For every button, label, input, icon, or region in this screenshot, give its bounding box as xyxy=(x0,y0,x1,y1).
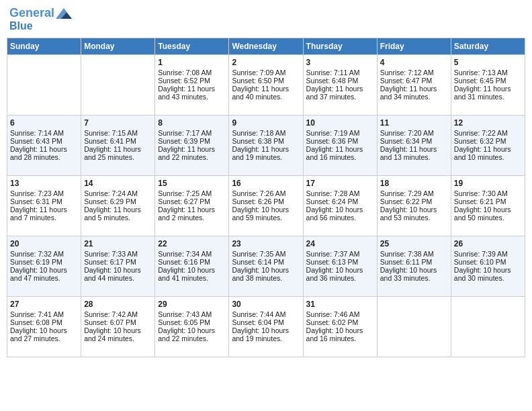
calendar-table: SundayMondayTuesdayWednesdayThursdayFrid… xyxy=(7,38,525,357)
calendar-cell: 29Sunrise: 7:43 AMSunset: 6:05 PMDayligh… xyxy=(155,296,229,357)
day-number: 14 xyxy=(84,179,152,188)
weekday-header-thursday: Thursday xyxy=(303,38,377,54)
day-info: Daylight: 10 hours and 38 minutes. xyxy=(232,266,300,282)
day-info: Sunset: 6:14 PM xyxy=(232,258,300,266)
logo-blue-text: Blue xyxy=(9,20,33,32)
calendar-cell: 11Sunrise: 7:20 AMSunset: 6:34 PMDayligh… xyxy=(377,115,451,175)
day-info: Daylight: 11 hours and 25 minutes. xyxy=(84,145,152,161)
day-info: Daylight: 10 hours and 59 minutes. xyxy=(232,205,300,222)
day-info: Daylight: 10 hours and 33 minutes. xyxy=(380,266,448,282)
day-info: Sunset: 6:02 PM xyxy=(306,318,374,326)
day-info: Sunrise: 7:37 AM xyxy=(306,250,374,258)
day-info: Sunrise: 7:14 AM xyxy=(10,129,78,137)
day-number: 31 xyxy=(306,300,374,309)
weekday-header-sunday: Sunday xyxy=(7,38,81,54)
day-info: Sunset: 6:36 PM xyxy=(306,137,374,145)
calendar-cell: 18Sunrise: 7:29 AMSunset: 6:22 PMDayligh… xyxy=(377,175,451,236)
day-info: Daylight: 11 hours and 31 minutes. xyxy=(454,85,522,101)
day-info: Daylight: 11 hours and 16 minutes. xyxy=(306,145,374,161)
calendar-week-1: 1Sunrise: 7:08 AMSunset: 6:52 PMDaylight… xyxy=(7,54,525,115)
day-info: Sunset: 6:29 PM xyxy=(84,197,152,205)
day-info: Daylight: 10 hours and 47 minutes. xyxy=(10,266,78,282)
day-number: 23 xyxy=(232,239,300,248)
calendar-cell: 6Sunrise: 7:14 AMSunset: 6:43 PMDaylight… xyxy=(7,115,81,175)
weekday-header-monday: Monday xyxy=(81,38,155,54)
calendar-cell: 3Sunrise: 7:11 AMSunset: 6:48 PMDaylight… xyxy=(303,54,377,115)
day-info: Sunrise: 7:13 AM xyxy=(454,68,522,77)
calendar-cell: 23Sunrise: 7:35 AMSunset: 6:14 PMDayligh… xyxy=(229,236,303,296)
calendar-cell: 31Sunrise: 7:46 AMSunset: 6:02 PMDayligh… xyxy=(303,296,377,357)
day-number: 1 xyxy=(158,58,226,67)
day-info: Daylight: 11 hours and 19 minutes. xyxy=(232,145,300,161)
day-number: 21 xyxy=(84,239,152,248)
day-info: Daylight: 11 hours and 22 minutes. xyxy=(158,145,226,161)
calendar-cell: 12Sunrise: 7:22 AMSunset: 6:32 PMDayligh… xyxy=(451,115,525,175)
day-info: Daylight: 10 hours and 27 minutes. xyxy=(10,326,78,342)
day-info: Sunset: 6:34 PM xyxy=(380,137,448,145)
day-number: 28 xyxy=(84,300,152,309)
day-number: 15 xyxy=(158,179,226,188)
day-info: Daylight: 11 hours and 7 minutes. xyxy=(10,205,78,222)
day-info: Daylight: 11 hours and 40 minutes. xyxy=(232,85,300,101)
calendar-cell: 19Sunrise: 7:30 AMSunset: 6:21 PMDayligh… xyxy=(451,175,525,236)
day-info: Sunset: 6:41 PM xyxy=(84,137,152,145)
day-info: Sunrise: 7:42 AM xyxy=(84,310,152,318)
day-info: Daylight: 10 hours and 53 minutes. xyxy=(380,205,448,222)
logo-icon xyxy=(56,8,72,19)
day-info: Sunrise: 7:22 AM xyxy=(454,129,522,137)
day-info: Sunset: 6:10 PM xyxy=(454,258,522,266)
day-info: Sunrise: 7:35 AM xyxy=(232,250,300,258)
weekday-header-saturday: Saturday xyxy=(451,38,525,54)
day-info: Sunset: 6:08 PM xyxy=(10,318,78,326)
calendar-cell: 28Sunrise: 7:42 AMSunset: 6:07 PMDayligh… xyxy=(81,296,155,357)
day-info: Sunrise: 7:19 AM xyxy=(306,129,374,137)
weekday-header-friday: Friday xyxy=(377,38,451,54)
calendar-cell: 10Sunrise: 7:19 AMSunset: 6:36 PMDayligh… xyxy=(303,115,377,175)
calendar-cell: 1Sunrise: 7:08 AMSunset: 6:52 PMDaylight… xyxy=(155,54,229,115)
day-info: Daylight: 11 hours and 37 minutes. xyxy=(306,85,374,101)
day-info: Sunset: 6:17 PM xyxy=(84,258,152,266)
day-info: Daylight: 11 hours and 34 minutes. xyxy=(380,85,448,101)
calendar-cell: 2Sunrise: 7:09 AMSunset: 6:50 PMDaylight… xyxy=(229,54,303,115)
day-number: 13 xyxy=(10,179,78,188)
day-info: Sunset: 6:21 PM xyxy=(454,197,522,205)
day-info: Daylight: 10 hours and 44 minutes. xyxy=(84,266,152,282)
calendar-cell: 8Sunrise: 7:17 AMSunset: 6:39 PMDaylight… xyxy=(155,115,229,175)
day-info: Daylight: 10 hours and 36 minutes. xyxy=(306,266,374,282)
day-info: Sunrise: 7:29 AM xyxy=(380,189,448,197)
day-number: 17 xyxy=(306,179,374,188)
day-info: Sunset: 6:38 PM xyxy=(232,137,300,145)
calendar-cell xyxy=(81,54,155,115)
day-info: Sunrise: 7:25 AM xyxy=(158,189,226,197)
day-number: 19 xyxy=(454,179,522,188)
day-number: 5 xyxy=(454,58,522,67)
day-info: Sunrise: 7:24 AM xyxy=(84,189,152,197)
day-info: Sunset: 6:19 PM xyxy=(10,258,78,266)
day-number: 30 xyxy=(232,300,300,309)
day-info: Sunrise: 7:20 AM xyxy=(380,129,448,137)
day-number: 26 xyxy=(454,239,522,248)
day-info: Daylight: 10 hours and 24 minutes. xyxy=(84,326,152,342)
day-number: 12 xyxy=(454,118,522,128)
day-info: Sunrise: 7:26 AM xyxy=(232,189,300,197)
day-info: Daylight: 10 hours and 41 minutes. xyxy=(158,266,226,282)
day-info: Sunrise: 7:34 AM xyxy=(158,250,226,258)
day-info: Daylight: 10 hours and 16 minutes. xyxy=(306,326,374,342)
day-info: Sunset: 6:32 PM xyxy=(454,137,522,145)
day-info: Sunset: 6:07 PM xyxy=(84,318,152,326)
day-info: Sunrise: 7:41 AM xyxy=(10,310,78,318)
calendar-cell: 4Sunrise: 7:12 AMSunset: 6:47 PMDaylight… xyxy=(377,54,451,115)
calendar-cell: 25Sunrise: 7:38 AMSunset: 6:11 PMDayligh… xyxy=(377,236,451,296)
day-info: Sunrise: 7:38 AM xyxy=(380,250,448,258)
day-info: Sunset: 6:24 PM xyxy=(306,197,374,205)
calendar-cell: 5Sunrise: 7:13 AMSunset: 6:45 PMDaylight… xyxy=(451,54,525,115)
calendar-cell: 21Sunrise: 7:33 AMSunset: 6:17 PMDayligh… xyxy=(81,236,155,296)
day-info: Sunrise: 7:46 AM xyxy=(306,310,374,318)
calendar-week-2: 6Sunrise: 7:14 AMSunset: 6:43 PMDaylight… xyxy=(7,115,525,175)
day-info: Daylight: 11 hours and 10 minutes. xyxy=(454,145,522,161)
calendar-cell xyxy=(451,296,525,357)
day-info: Sunrise: 7:44 AM xyxy=(232,310,300,318)
day-info: Sunset: 6:31 PM xyxy=(10,197,78,205)
calendar-cell: 7Sunrise: 7:15 AMSunset: 6:41 PMDaylight… xyxy=(81,115,155,175)
day-info: Sunset: 6:13 PM xyxy=(306,258,374,266)
